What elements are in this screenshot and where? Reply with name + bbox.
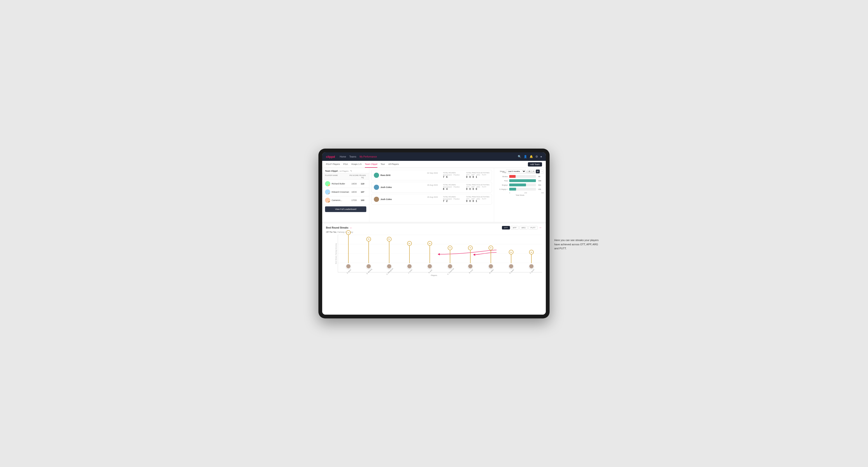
- arrow-indicator-tabs: ←: [539, 226, 542, 229]
- table-row[interactable]: 2 Edward Crossman 18/20 107: [322, 188, 369, 196]
- subnav-pga[interactable]: PGA: [343, 161, 348, 168]
- subnav-pgat[interactable]: PGAT Players: [326, 161, 340, 168]
- filter-ott[interactable]: OTT: [502, 226, 510, 229]
- add-team-button[interactable]: Add Team: [528, 162, 542, 166]
- bar-column: 5x: [409, 235, 410, 263]
- nav-home[interactable]: Home: [340, 155, 346, 158]
- tablet-screen: clippd Home Teams My Performance 🔍 👤 🔔 ⚙…: [322, 152, 546, 315]
- bar-column: 6x: [368, 235, 369, 263]
- rank-badge: 1: [328, 184, 330, 186]
- bar-track: [509, 188, 536, 191]
- streak-bar-col: 6x B. McHerg: [359, 235, 378, 272]
- chart-row-pars: Pars 499: [496, 179, 544, 182]
- team-count: | 14 Players: [338, 170, 348, 172]
- stat-value-ott: 0: [466, 176, 467, 178]
- bar-column: 3x: [531, 235, 532, 263]
- top-section: Team Clippd | 14 Players ✎ PLAYER NAME P…: [322, 168, 546, 222]
- grid-view-icon[interactable]: ⊞: [527, 169, 531, 173]
- rank-badge: 3: [328, 201, 330, 203]
- edit-icon[interactable]: ✎: [350, 170, 352, 172]
- filter-app[interactable]: APP: [511, 226, 519, 229]
- stat-sublabel-app: APP: [471, 174, 474, 176]
- filter-putt[interactable]: PUTT: [528, 226, 537, 229]
- card-player-name: Josh Coles: [380, 186, 392, 188]
- stat-value-practice: 4: [446, 188, 448, 190]
- player-avatar-dot: [529, 264, 534, 269]
- chart-subtitle: Off The Tee, Fairway Accuracy: [326, 231, 542, 233]
- bar-label-birdies: Birdies: [496, 176, 508, 178]
- bar-label-pars: Pars: [496, 180, 508, 182]
- team-title: Team Clippd: [325, 170, 338, 172]
- bar-fill: [509, 179, 536, 182]
- stat-value-tournament: 8: [443, 188, 444, 190]
- player-score: 18/20: [349, 191, 359, 193]
- subnav-team-clippd[interactable]: Team Clippd: [365, 161, 377, 168]
- card-date: 26 Aug 2023: [427, 196, 438, 203]
- player-avatar-dot: [346, 264, 351, 269]
- streak-bubble: 3x: [509, 250, 514, 254]
- bar-column: 3x: [511, 235, 512, 263]
- stat-sublabel-tournament: Tournament: [443, 174, 452, 176]
- streak-bubble: 3x: [529, 250, 534, 254]
- player-avg: 110: [359, 183, 366, 185]
- user-icon[interactable]: 👤: [524, 155, 527, 158]
- table-view-icon[interactable]: ▤: [536, 169, 540, 173]
- nav-my-performance[interactable]: My Performance: [360, 155, 377, 158]
- player-score: 19/20: [349, 183, 359, 185]
- streak-bubble: 4x: [489, 246, 493, 250]
- filter-tabs: OTT APP ARG PUTT ←: [502, 226, 542, 229]
- rank-badge: 2: [328, 192, 330, 195]
- stat-value-tournament: 7: [443, 176, 444, 178]
- player-name: Richard Butler: [332, 183, 349, 185]
- subnav-tour[interactable]: Tour: [381, 161, 385, 168]
- bar-chart-panel: Eagles 3 Birdies: [494, 168, 546, 222]
- player-cards-list: Rees Britt 02 Sep 2023 Total Rounds Tour…: [369, 168, 494, 222]
- player-score: 17/20: [349, 199, 359, 201]
- search-icon[interactable]: 🔍: [518, 155, 521, 158]
- x-axis-label: Players: [326, 274, 542, 276]
- y-axis-label: Best Streak, Fairway Accuracy: [326, 235, 338, 272]
- subnav-all-players[interactable]: All Players: [388, 161, 399, 168]
- sub-nav-links: PGAT Players PGA Hcaps 1-5 Team Clippd T…: [326, 161, 399, 168]
- streak-bar-col: 3x R. Butler: [501, 235, 521, 272]
- bar-value: 96: [538, 176, 544, 178]
- player-avatar-dot: [508, 264, 514, 269]
- table-row[interactable]: 1 Richard Butler 19/20 110: [322, 180, 369, 188]
- subnav-hcaps[interactable]: Hcaps 1-5: [351, 161, 361, 168]
- best-round-streaks-section: Best Round Streaks ← OTT APP ARG PUTT ←: [322, 224, 546, 315]
- stat-value-app: 0: [469, 176, 471, 178]
- bar-column: 7x: [348, 232, 349, 263]
- table-row[interactable]: 3 Cameron... 17/20 103: [322, 196, 369, 205]
- filter-arg[interactable]: ARG: [519, 226, 528, 229]
- table-header: PLAYER NAME PB SCORE PB AVG SQ: [322, 173, 369, 180]
- stat-sublabel-arg: ARG: [476, 174, 480, 176]
- player-avatar-dot: [468, 264, 473, 269]
- bar-column: 4x: [450, 235, 450, 263]
- bar-value: 311: [538, 184, 544, 186]
- download-icon[interactable]: ↓: [540, 169, 544, 173]
- nav-teams[interactable]: Teams: [349, 155, 356, 158]
- stat-sublabel-practice: Practice: [454, 174, 460, 176]
- player-name: Cameron...: [332, 199, 349, 201]
- app-logo: clippd: [326, 155, 335, 158]
- bar-value: 499: [538, 180, 544, 182]
- bar-fill: [509, 184, 526, 186]
- sub-navigation: PGAT Players PGA Hcaps 1-5 Team Clippd T…: [322, 161, 546, 168]
- show-controls: Show Last 3 months Last 6 months Last 12…: [500, 169, 544, 173]
- bar-label-bogeys: Bogeys: [496, 184, 508, 186]
- period-select[interactable]: Last 3 months Last 6 months Last 12 mont…: [506, 169, 526, 173]
- view-leaderboard-button[interactable]: View Full Leaderboard: [325, 206, 366, 212]
- bar-column: 5x: [430, 235, 430, 263]
- bar-value: 131: [538, 188, 544, 190]
- stat-sublabel-tournament: Tournament: [443, 186, 452, 188]
- chart-area: 7x E. Ebert 6x B. McHerg 6x D. Billingha…: [338, 235, 542, 272]
- bell-icon[interactable]: 🔔: [530, 155, 533, 158]
- card-player-name: Josh Coles: [380, 198, 392, 200]
- player-avatar-dot: [407, 264, 412, 269]
- avatar-icon[interactable]: ●: [540, 155, 542, 158]
- settings-icon[interactable]: ⚙: [535, 155, 538, 158]
- list-view-icon[interactable]: ≡: [532, 169, 535, 173]
- streak-bubble: 4x: [468, 246, 473, 250]
- player-avatar-dot: [386, 264, 392, 269]
- bar-column: 4x: [491, 235, 491, 263]
